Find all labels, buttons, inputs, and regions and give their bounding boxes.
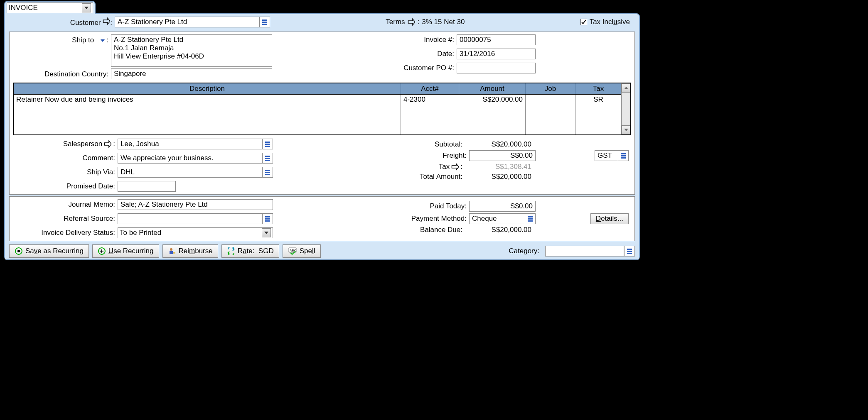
shipvia-combo[interactable]: DHL [118,167,273,178]
salesperson-combo[interactable]: Lee, Joshua [118,139,273,149]
col-description[interactable]: Description [14,83,401,94]
list-lookup-icon [527,216,533,222]
chevron-down-icon [624,129,628,131]
col-amount[interactable]: Amount [459,83,526,94]
svg-rect-13 [621,155,626,156]
spell-button[interactable]: ABC Spell [283,244,321,258]
date-input[interactable]: 31/12/2016 [457,49,536,59]
date-label: Date: [289,50,457,58]
list-lookup-icon [265,169,270,175]
col-acct[interactable]: Acct# [401,83,459,94]
svg-rect-11 [265,174,270,175]
svg-rect-16 [265,218,270,220]
form-type-dropdown-btn[interactable] [82,3,91,12]
header-row: Customer : A-Z Stationery Pte Ltd Terms … [5,14,639,30]
chevron-down-icon [84,7,89,9]
svg-rect-5 [265,146,270,147]
spellcheck-icon: ABC [288,247,297,255]
svg-rect-6 [265,156,270,157]
invoice-no-input[interactable]: 00000075 [457,34,536,45]
col-job[interactable]: Job [526,83,575,94]
promised-input[interactable] [118,181,176,192]
cell-description[interactable]: Retainer Now due and being invoices [14,95,401,134]
rate-button[interactable]: Rate: SGD [221,244,279,258]
journal-memo-input[interactable]: Sale; A-Z Stationery Pte Ltd [118,199,273,210]
payment-method-combo[interactable]: Cheque [469,213,536,224]
referral-combo[interactable] [118,213,273,224]
shipto-address[interactable]: A-Z Stationery Pte Ltd No.1 Jalan Remaja… [111,34,272,67]
invoice-no-label: Invoice #: [289,36,457,44]
comment-lookup-btn[interactable] [262,153,273,164]
checkbox-icon[interactable] [580,19,587,25]
bottom-toolbar: Save as Recurring Use Recurring Reimburs… [5,243,639,259]
freight-tax-combo[interactable]: GST [595,150,629,161]
use-recurring-button[interactable]: Use Recurring [92,244,159,258]
save-recurring-button[interactable]: Save as Recurring [9,244,89,258]
cell-amount[interactable]: S$20,000.00 [459,95,526,134]
details-button[interactable]: Details... [590,213,629,224]
chevron-down-icon [101,39,105,42]
arrow-right-icon[interactable] [104,140,111,148]
reimburse-button[interactable]: Reimburse [162,244,218,258]
freight-tax-lookup-btn[interactable] [618,150,629,161]
customer-po-input[interactable] [457,63,536,73]
payment-method-label: Payment Method: [273,215,469,223]
form-type-dropdown[interactable]: INVOICE [7,2,93,13]
referral-lookup-btn[interactable] [262,213,273,224]
shipto-addr1: No.1 Jalan Remaja [114,44,269,52]
person-money-icon [168,247,176,255]
arrow-right-icon[interactable] [103,17,110,25]
svg-point-24 [170,248,172,251]
freight-input[interactable]: S$0.00 [469,150,536,161]
category-lookup-btn[interactable] [624,246,635,256]
recurring-save-icon [15,247,23,255]
arrow-right-icon[interactable] [451,163,459,171]
cell-job[interactable] [526,95,575,134]
svg-rect-17 [265,220,270,222]
tax-inclusive-check[interactable]: Tax Inclusive [580,18,630,26]
chevron-up-icon [624,87,628,89]
footer-panel: Journal Memo: Sale; A-Z Stationery Pte L… [9,196,635,241]
shipto-addr2: Hill View Enterprise #04-06D [114,52,269,61]
cell-tax[interactable]: SR [575,95,621,134]
delivery-dropdown[interactable]: To be Printed [118,227,273,238]
shipto-name: A-Z Stationery Pte Ltd [114,36,269,44]
col-tax[interactable]: Tax [575,83,621,94]
category-combo[interactable] [545,246,635,256]
svg-rect-7 [265,158,270,159]
customer-value: A-Z Stationery Pte Ltd [118,18,187,26]
svg-text:ABC: ABC [290,249,297,252]
svg-rect-29 [627,249,632,250]
dest-country-label: Destination Country: [13,68,111,80]
grid-rows[interactable]: Retainer Now due and being invoices 4-23… [14,95,621,134]
grid-scrollbar[interactable] [621,83,630,134]
shipvia-lookup-btn[interactable] [262,167,273,178]
customer-lookup-btn[interactable] [259,17,270,27]
balance-label: Balance Due: [273,226,465,234]
subtotal-label: Subtotal: [273,140,465,149]
paid-today-label: Paid Today: [273,202,469,210]
scroll-up-btn[interactable] [622,83,630,93]
shipto-dropdown-btn[interactable] [96,36,105,45]
svg-rect-19 [528,218,533,220]
tax-label: Tax [439,163,450,171]
cell-acct[interactable]: 4-2300 [401,95,459,134]
chevron-down-icon [264,232,268,234]
paid-today-input[interactable]: S$0.00 [469,201,536,212]
dest-country-input[interactable]: Singapore [111,68,272,79]
comment-combo[interactable]: We appreciate your business. [118,153,273,164]
subtotal-value: S$20,000.00 [465,140,536,149]
arrow-right-icon[interactable] [408,18,415,26]
svg-rect-20 [528,220,533,222]
scroll-down-btn[interactable] [622,125,630,134]
salesperson-lookup-btn[interactable] [262,139,273,149]
form-type-tab: INVOICE [4,1,96,14]
comment-label: Comment: [13,154,118,162]
delivery-dropdown-btn[interactable] [262,228,271,237]
exchange-icon [227,247,235,255]
svg-rect-1 [262,22,267,23]
referral-label: Referral Source: [13,215,118,223]
tax-inclusive-label: Tax Inclusive [590,18,630,26]
payment-method-lookup-btn[interactable] [525,213,536,224]
customer-combo[interactable]: A-Z Stationery Pte Ltd [115,17,270,27]
